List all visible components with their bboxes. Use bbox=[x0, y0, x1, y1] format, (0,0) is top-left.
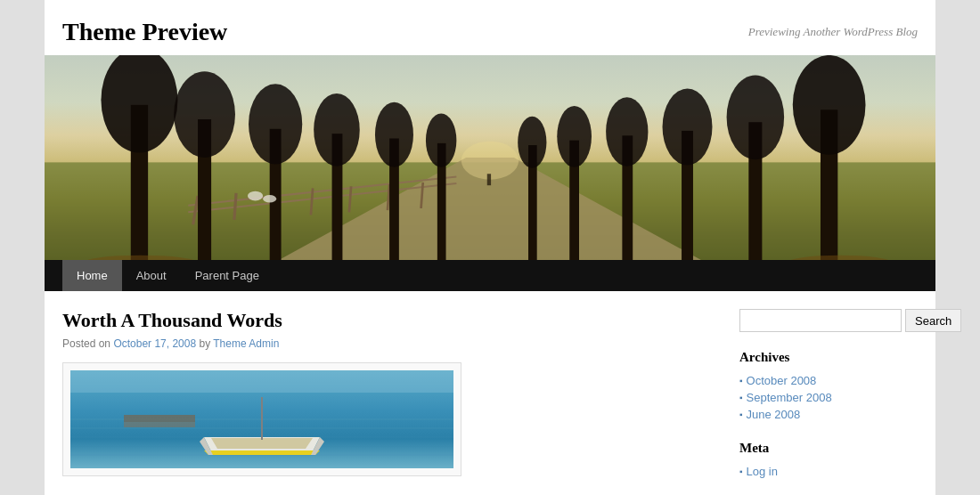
svg-point-23 bbox=[426, 114, 456, 167]
svg-point-15 bbox=[174, 71, 235, 158]
svg-point-35 bbox=[518, 117, 546, 168]
nav-item-home[interactable]: Home bbox=[62, 260, 122, 291]
search-widget: Search bbox=[739, 309, 918, 332]
meta-list: Log in bbox=[739, 463, 918, 480]
meta-item-0: Log in bbox=[739, 463, 918, 480]
post-image-container bbox=[62, 362, 461, 476]
post-image bbox=[70, 370, 453, 468]
page-wrapper: Theme Preview Previewing Another WordPre… bbox=[45, 0, 935, 495]
post-author[interactable]: Theme Admin bbox=[213, 337, 279, 350]
svg-point-17 bbox=[249, 84, 302, 164]
nav-bar: Home About Parent Page bbox=[45, 260, 935, 291]
meta-widget: Meta Log in bbox=[739, 441, 918, 480]
archives-title: Archives bbox=[739, 350, 918, 365]
archive-link-1[interactable]: September 2008 bbox=[747, 391, 832, 404]
archive-item-2: June 2008 bbox=[739, 406, 918, 423]
meta-link-0[interactable]: Log in bbox=[747, 465, 778, 478]
svg-point-31 bbox=[606, 97, 648, 166]
site-tagline: Previewing Another WordPress Blog bbox=[748, 25, 918, 39]
boat-svg bbox=[70, 370, 453, 468]
svg-rect-48 bbox=[70, 370, 453, 393]
search-form: Search bbox=[739, 309, 918, 332]
svg-line-6 bbox=[234, 193, 236, 220]
svg-point-25 bbox=[793, 55, 866, 155]
nav-item-about[interactable]: About bbox=[122, 260, 181, 291]
main-content: Worth A Thousand Words Posted on October… bbox=[62, 309, 713, 495]
nav-link-home[interactable]: Home bbox=[62, 260, 122, 291]
svg-point-27 bbox=[727, 76, 785, 160]
site-header: Theme Preview Previewing Another WordPre… bbox=[45, 0, 935, 55]
archives-widget: Archives October 2008 September 2008 Jun… bbox=[739, 350, 918, 423]
search-input[interactable] bbox=[739, 309, 902, 332]
svg-point-39 bbox=[263, 195, 276, 203]
post-title: Worth A Thousand Words bbox=[62, 309, 713, 332]
svg-rect-56 bbox=[124, 422, 195, 427]
svg-marker-51 bbox=[204, 450, 320, 455]
by-label: by bbox=[199, 337, 213, 350]
svg-point-29 bbox=[663, 89, 713, 166]
archive-link-0[interactable]: October 2008 bbox=[747, 374, 817, 387]
sidebar: Search Archives October 2008 September 2… bbox=[739, 309, 918, 495]
site-title-area: Theme Preview bbox=[62, 18, 227, 46]
svg-point-19 bbox=[314, 93, 360, 166]
hero-svg bbox=[45, 55, 935, 260]
content-area: Worth A Thousand Words Posted on October… bbox=[45, 291, 935, 495]
svg-point-33 bbox=[557, 106, 592, 167]
svg-point-21 bbox=[375, 102, 413, 167]
svg-point-38 bbox=[248, 191, 263, 201]
nav-list: Home About Parent Page bbox=[45, 260, 935, 291]
svg-rect-55 bbox=[124, 415, 195, 422]
nav-link-parent[interactable]: Parent Page bbox=[181, 260, 274, 291]
svg-rect-37 bbox=[487, 174, 491, 185]
search-button[interactable]: Search bbox=[905, 309, 961, 332]
hero-image bbox=[45, 55, 935, 260]
nav-link-about[interactable]: About bbox=[122, 260, 181, 291]
meta-title: Meta bbox=[739, 441, 918, 456]
archive-link-2[interactable]: June 2008 bbox=[747, 408, 801, 421]
archive-item-0: October 2008 bbox=[739, 372, 918, 389]
posted-on-label: Posted on bbox=[62, 337, 110, 350]
post-meta: Posted on October 17, 2008 by Theme Admi… bbox=[62, 337, 713, 350]
nav-item-parent[interactable]: Parent Page bbox=[181, 260, 274, 291]
archives-list: October 2008 September 2008 June 2008 bbox=[739, 372, 918, 423]
archive-item-1: September 2008 bbox=[739, 389, 918, 406]
site-title: Theme Preview bbox=[62, 18, 227, 46]
post-date[interactable]: October 17, 2008 bbox=[113, 337, 196, 350]
